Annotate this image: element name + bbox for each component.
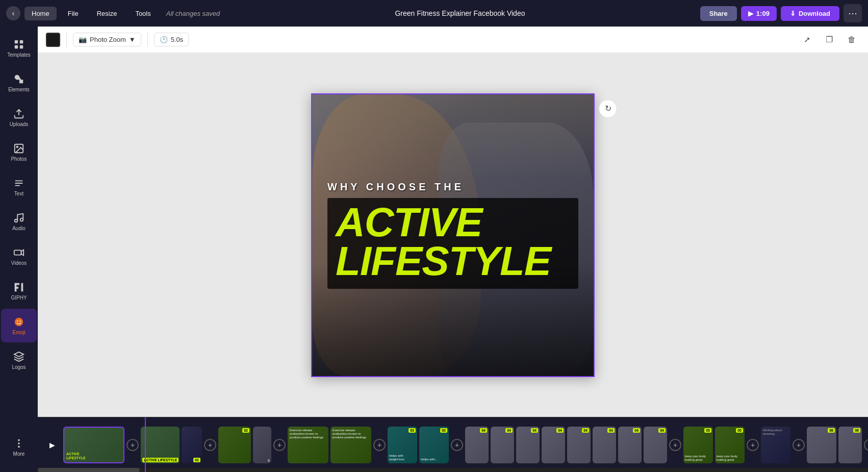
timeline-clip-6a[interactable]: 04 bbox=[465, 427, 489, 463]
logos-icon bbox=[13, 351, 24, 362]
timeline-play-button[interactable]: ▶ bbox=[43, 436, 61, 454]
open-external-icon-btn[interactable]: ➚ bbox=[799, 32, 815, 48]
play-icon: ▶ bbox=[748, 10, 753, 17]
grid-icon bbox=[13, 39, 24, 50]
clip-add-8[interactable]: + bbox=[793, 439, 805, 451]
clip-text-5b: Helps with... bbox=[421, 458, 438, 461]
sidebar-giphy-label: GIPHY bbox=[11, 295, 27, 301]
sidebar: Templates Elements Uploads Photos Text A… bbox=[0, 0, 38, 472]
canvas-frame[interactable]: WHY CHOOSE THE ACTIVE LIFESTYLE ↻ bbox=[311, 93, 595, 377]
clip-add-3[interactable]: + bbox=[273, 439, 286, 451]
svg-marker-13 bbox=[21, 250, 24, 255]
refresh-button[interactable]: ↻ bbox=[599, 100, 617, 118]
emoji-icon bbox=[13, 316, 24, 328]
duration-button[interactable]: 🕐 5.0s bbox=[154, 33, 189, 46]
sidebar-item-text[interactable]: Text bbox=[1, 170, 37, 204]
toolbar-divider-2 bbox=[147, 33, 148, 47]
toolbar-divider-1 bbox=[66, 33, 67, 47]
timeline-cursor bbox=[145, 417, 146, 472]
home-nav-button[interactable]: Home bbox=[24, 7, 57, 20]
photos-icon bbox=[13, 143, 24, 154]
timeline-clip-5a[interactable]: 03 Helps withweight loss bbox=[388, 427, 417, 463]
clip-label-7b: 05 bbox=[736, 428, 743, 433]
timeline-clip-7a[interactable]: 05 keep your bodylooking great bbox=[683, 427, 713, 463]
timeline-clip-9a[interactable]: 06 bbox=[807, 427, 836, 463]
resize-nav-button[interactable]: Resize bbox=[90, 7, 124, 20]
play-button[interactable]: ▶ 1:09 bbox=[741, 6, 777, 21]
lifestyle-text: LIFESTYLE bbox=[336, 242, 570, 281]
timeline-clip-6c[interactable]: 04 bbox=[516, 427, 540, 463]
timeline-clip-6b[interactable]: 04 bbox=[491, 427, 514, 463]
sidebar-item-giphy[interactable]: GIPHY bbox=[1, 274, 37, 308]
clip-text-5a: Helps withweight loss bbox=[389, 454, 404, 461]
timeline-clip-6g[interactable]: 04 bbox=[618, 427, 642, 463]
timeline-clip-5b[interactable]: 03 Helps with... bbox=[419, 427, 449, 463]
active-lifestyle-block: ACTIVE LIFESTYLE bbox=[327, 198, 578, 289]
color-swatch[interactable] bbox=[46, 33, 60, 47]
timeline-clip-8[interactable]: thinking aboutamazing... bbox=[761, 427, 790, 463]
sidebar-item-photos[interactable]: Photos bbox=[1, 135, 37, 169]
sidebar-more-label: More bbox=[13, 451, 25, 457]
text-overlay: WHY CHOOSE THE ACTIVE LIFESTYLE bbox=[312, 94, 594, 376]
copy-style-icon-btn[interactable]: ❐ bbox=[821, 32, 837, 48]
svg-point-20 bbox=[20, 320, 21, 321]
more-options-button[interactable]: ⋯ bbox=[844, 4, 862, 22]
tools-nav-button[interactable]: Tools bbox=[128, 7, 158, 20]
sidebar-item-logos[interactable]: Logos bbox=[1, 343, 37, 377]
clip-add-6[interactable]: + bbox=[669, 439, 681, 451]
sidebar-item-templates[interactable]: Templates bbox=[1, 31, 37, 65]
sidebar-item-elements[interactable]: Elements bbox=[1, 66, 37, 100]
timeline-clip-1[interactable]: ACTIVE LIFESTYLE bbox=[63, 427, 124, 463]
timeline-clip-6d[interactable]: 04 bbox=[542, 427, 565, 463]
timeline-clip-2b[interactable]: 01 bbox=[182, 427, 202, 463]
videos-icon bbox=[13, 247, 24, 258]
timeline-clip-9b[interactable]: 06 bbox=[838, 427, 862, 463]
sidebar-logos-label: Logos bbox=[12, 364, 25, 370]
timeline-clip-6f[interactable]: 04 bbox=[593, 427, 616, 463]
sidebar-item-audio[interactable]: Audio bbox=[1, 205, 37, 238]
clip-label-6f: 04 bbox=[607, 428, 615, 433]
clock-icon: 🕐 bbox=[160, 36, 168, 43]
clip-text-8: thinking aboutamazing... bbox=[761, 427, 790, 438]
clip-label-2: ACTIVE LIFESTYLE bbox=[142, 458, 178, 462]
sidebar-item-uploads[interactable]: Uploads bbox=[1, 101, 37, 134]
sidebar-item-emoji[interactable]: Emoji bbox=[1, 309, 37, 342]
clip-add-5[interactable]: + bbox=[451, 439, 463, 451]
clip-add-9[interactable]: + bbox=[864, 439, 868, 451]
timeline-clip-4a[interactable]: Exercise releaseendorphins known toprodu… bbox=[288, 427, 328, 463]
delete-icon-btn[interactable]: 🗑 bbox=[844, 32, 860, 48]
saved-status: All changes saved bbox=[166, 10, 220, 17]
clip-label-9a: 06 bbox=[828, 428, 835, 433]
svg-point-10 bbox=[15, 219, 18, 222]
timeline-clip-4b[interactable]: Exercise releaseendorphins known toprodu… bbox=[330, 427, 371, 463]
timeline-clip-7b[interactable]: 05 keep your bodylooking great bbox=[715, 427, 745, 463]
clip-add-4[interactable]: + bbox=[373, 439, 386, 451]
clip-add-7[interactable]: + bbox=[747, 439, 759, 451]
timeline-clip-3[interactable]: 02 bbox=[218, 427, 251, 463]
timeline-scrollbar[interactable] bbox=[38, 468, 868, 472]
share-button[interactable]: Share bbox=[700, 6, 737, 21]
timeline-clip-6h[interactable]: 04 bbox=[644, 427, 667, 463]
sidebar-text-label: Text bbox=[14, 191, 23, 196]
file-nav-button[interactable]: File bbox=[61, 7, 86, 20]
download-button[interactable]: ⇓ Download bbox=[781, 6, 839, 21]
sidebar-item-more[interactable]: More bbox=[1, 430, 37, 464]
chevron-down-icon: ▼ bbox=[129, 36, 136, 43]
photo-zoom-button[interactable]: 📷 Photo Zoom ▼ bbox=[73, 33, 141, 46]
active-text: ACTIVE bbox=[336, 203, 570, 242]
sidebar-item-videos[interactable]: Videos bbox=[1, 239, 37, 273]
clip-add-1[interactable]: + bbox=[126, 439, 139, 451]
timeline-clip-2[interactable]: ACTIVE LIFESTYLE bbox=[141, 427, 180, 463]
zoom-icon: 📷 bbox=[79, 36, 87, 43]
clip-label-2b: 01 bbox=[193, 458, 200, 462]
back-button[interactable]: ‹ bbox=[6, 6, 20, 20]
clip-text-7a: keep your bodylooking great bbox=[685, 455, 706, 461]
timeline-clip-3b[interactable]: 0 bbox=[253, 427, 271, 463]
svg-rect-1 bbox=[20, 40, 23, 43]
download-icon: ⇓ bbox=[790, 10, 796, 17]
scrollbar-thumb[interactable] bbox=[38, 468, 140, 472]
clip-add-2[interactable]: + bbox=[204, 439, 216, 451]
timeline-clip-6e[interactable]: 04 bbox=[567, 427, 591, 463]
svg-point-23 bbox=[18, 445, 20, 448]
cursor-head bbox=[142, 417, 149, 418]
